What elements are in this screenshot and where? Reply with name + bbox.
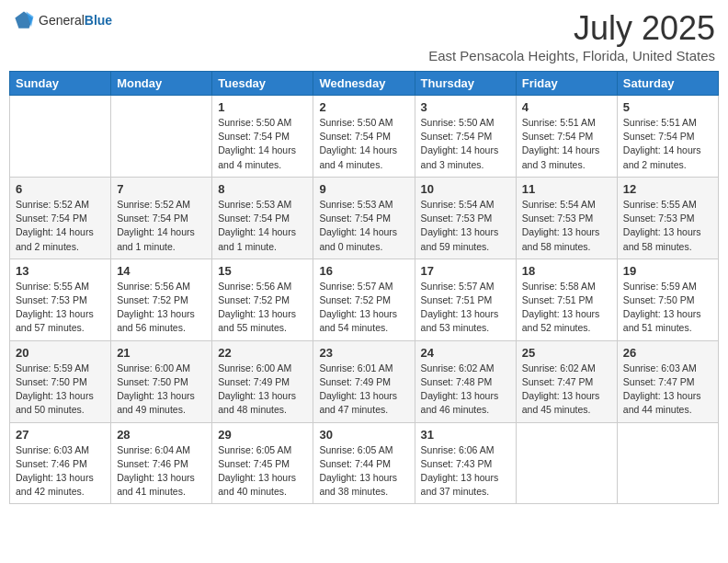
calendar-week-5: 27 Sunrise: 6:03 AMSunset: 7:46 PMDaylig… — [10, 422, 719, 504]
day-info: Sunrise: 5:53 AMSunset: 7:54 PMDaylight:… — [319, 198, 408, 254]
location-title: East Pensacola Heights, Florida, United … — [428, 48, 715, 63]
calendar-cell: 1 Sunrise: 5:50 AMSunset: 7:54 PMDayligh… — [212, 96, 313, 178]
day-number: 28 — [117, 428, 206, 442]
calendar-week-4: 20 Sunrise: 5:59 AMSunset: 7:50 PMDaylig… — [10, 340, 719, 422]
day-info: Sunrise: 5:50 AMSunset: 7:54 PMDaylight:… — [421, 116, 510, 172]
calendar-cell: 22 Sunrise: 6:00 AMSunset: 7:49 PMDaylig… — [212, 340, 313, 422]
day-info: Sunrise: 6:05 AMSunset: 7:45 PMDaylight:… — [218, 443, 307, 500]
calendar-cell: 13 Sunrise: 5:55 AMSunset: 7:53 PMDaylig… — [10, 259, 111, 340]
day-number: 16 — [319, 264, 408, 278]
calendar-cell: 6 Sunrise: 5:52 AMSunset: 7:54 PMDayligh… — [10, 177, 111, 259]
day-info: Sunrise: 5:52 AMSunset: 7:54 PMDaylight:… — [117, 198, 206, 254]
day-number: 17 — [421, 264, 510, 278]
day-info: Sunrise: 6:05 AMSunset: 7:44 PMDaylight:… — [319, 443, 408, 500]
calendar-cell: 12 Sunrise: 5:55 AMSunset: 7:53 PMDaylig… — [617, 177, 718, 259]
logo: GeneralBlue — [13, 9, 112, 31]
day-number: 14 — [117, 264, 206, 278]
calendar-cell — [516, 422, 617, 504]
calendar-cell: 14 Sunrise: 5:56 AMSunset: 7:52 PMDaylig… — [111, 259, 212, 340]
calendar-cell: 30 Sunrise: 6:05 AMSunset: 7:44 PMDaylig… — [313, 422, 415, 504]
calendar-cell: 7 Sunrise: 5:52 AMSunset: 7:54 PMDayligh… — [111, 177, 212, 259]
day-number: 11 — [522, 182, 611, 196]
calendar-cell — [111, 96, 212, 178]
calendar-cell: 25 Sunrise: 6:02 AMSunset: 7:47 PMDaylig… — [516, 340, 617, 422]
calendar-cell: 29 Sunrise: 6:05 AMSunset: 7:45 PMDaylig… — [212, 422, 313, 504]
calendar-cell — [10, 96, 111, 178]
weekday-header-sunday: Sunday — [10, 72, 111, 96]
day-info: Sunrise: 5:54 AMSunset: 7:53 PMDaylight:… — [421, 198, 510, 254]
logo-general: GeneralBlue — [39, 12, 112, 29]
day-number: 18 — [522, 264, 611, 278]
day-number: 9 — [319, 182, 408, 196]
calendar-cell: 3 Sunrise: 5:50 AMSunset: 7:54 PMDayligh… — [415, 96, 516, 178]
calendar-cell: 24 Sunrise: 6:02 AMSunset: 7:48 PMDaylig… — [415, 340, 516, 422]
title-section: July 2025 East Pensacola Heights, Florid… — [428, 9, 715, 63]
day-number: 13 — [16, 264, 105, 278]
day-number: 24 — [421, 346, 510, 360]
calendar-cell: 23 Sunrise: 6:01 AMSunset: 7:49 PMDaylig… — [313, 340, 415, 422]
day-number: 29 — [218, 428, 307, 442]
day-info: Sunrise: 5:56 AMSunset: 7:52 PMDaylight:… — [218, 280, 307, 336]
day-number: 6 — [16, 182, 105, 196]
calendar-cell: 2 Sunrise: 5:50 AMSunset: 7:54 PMDayligh… — [313, 96, 415, 178]
day-number: 12 — [623, 182, 712, 196]
calendar-week-3: 13 Sunrise: 5:55 AMSunset: 7:53 PMDaylig… — [10, 259, 719, 340]
calendar-cell: 26 Sunrise: 6:03 AMSunset: 7:47 PMDaylig… — [617, 340, 718, 422]
day-number: 30 — [319, 428, 408, 442]
day-info: Sunrise: 6:04 AMSunset: 7:46 PMDaylight:… — [117, 443, 206, 500]
day-info: Sunrise: 5:59 AMSunset: 7:50 PMDaylight:… — [623, 280, 712, 336]
day-info: Sunrise: 6:03 AMSunset: 7:47 PMDaylight:… — [623, 362, 712, 418]
day-info: Sunrise: 5:50 AMSunset: 7:54 PMDaylight:… — [319, 116, 408, 172]
weekday-header-friday: Friday — [516, 72, 617, 96]
calendar-cell: 15 Sunrise: 5:56 AMSunset: 7:52 PMDaylig… — [212, 259, 313, 340]
day-info: Sunrise: 5:51 AMSunset: 7:54 PMDaylight:… — [522, 116, 611, 172]
day-info: Sunrise: 6:02 AMSunset: 7:48 PMDaylight:… — [421, 362, 510, 418]
calendar-cell: 27 Sunrise: 6:03 AMSunset: 7:46 PMDaylig… — [10, 422, 111, 504]
day-info: Sunrise: 6:01 AMSunset: 7:49 PMDaylight:… — [319, 362, 408, 418]
day-number: 1 — [218, 100, 307, 114]
day-number: 22 — [218, 346, 307, 360]
logo-icon — [13, 9, 35, 31]
calendar-cell: 5 Sunrise: 5:51 AMSunset: 7:54 PMDayligh… — [617, 96, 718, 178]
day-info: Sunrise: 5:59 AMSunset: 7:50 PMDaylight:… — [16, 362, 105, 418]
day-number: 23 — [319, 346, 408, 360]
day-info: Sunrise: 5:51 AMSunset: 7:54 PMDaylight:… — [623, 116, 712, 172]
day-info: Sunrise: 5:55 AMSunset: 7:53 PMDaylight:… — [623, 198, 712, 254]
weekday-header-wednesday: Wednesday — [313, 72, 415, 96]
day-number: 15 — [218, 264, 307, 278]
day-info: Sunrise: 5:58 AMSunset: 7:51 PMDaylight:… — [522, 280, 611, 336]
calendar-cell: 8 Sunrise: 5:53 AMSunset: 7:54 PMDayligh… — [212, 177, 313, 259]
calendar-cell: 4 Sunrise: 5:51 AMSunset: 7:54 PMDayligh… — [516, 96, 617, 178]
day-number: 27 — [16, 428, 105, 442]
calendar-cell: 21 Sunrise: 6:00 AMSunset: 7:50 PMDaylig… — [111, 340, 212, 422]
weekday-header-saturday: Saturday — [617, 72, 718, 96]
weekday-header-row: SundayMondayTuesdayWednesdayThursdayFrid… — [10, 72, 719, 96]
day-number: 7 — [117, 182, 206, 196]
day-info: Sunrise: 5:57 AMSunset: 7:51 PMDaylight:… — [421, 280, 510, 336]
day-info: Sunrise: 5:53 AMSunset: 7:54 PMDaylight:… — [218, 198, 307, 254]
calendar-cell: 20 Sunrise: 5:59 AMSunset: 7:50 PMDaylig… — [10, 340, 111, 422]
calendar-cell: 19 Sunrise: 5:59 AMSunset: 7:50 PMDaylig… — [617, 259, 718, 340]
calendar-cell: 31 Sunrise: 6:06 AMSunset: 7:43 PMDaylig… — [415, 422, 516, 504]
day-info: Sunrise: 6:00 AMSunset: 7:49 PMDaylight:… — [218, 362, 307, 418]
day-number: 3 — [421, 100, 510, 114]
day-info: Sunrise: 5:54 AMSunset: 7:53 PMDaylight:… — [522, 198, 611, 254]
day-number: 2 — [319, 100, 408, 114]
calendar-cell: 11 Sunrise: 5:54 AMSunset: 7:53 PMDaylig… — [516, 177, 617, 259]
day-number: 5 — [623, 100, 712, 114]
day-info: Sunrise: 6:06 AMSunset: 7:43 PMDaylight:… — [421, 443, 510, 500]
calendar-cell: 10 Sunrise: 5:54 AMSunset: 7:53 PMDaylig… — [415, 177, 516, 259]
day-info: Sunrise: 6:03 AMSunset: 7:46 PMDaylight:… — [16, 443, 105, 500]
calendar-cell: 17 Sunrise: 5:57 AMSunset: 7:51 PMDaylig… — [415, 259, 516, 340]
day-number: 25 — [522, 346, 611, 360]
day-info: Sunrise: 5:52 AMSunset: 7:54 PMDaylight:… — [16, 198, 105, 254]
day-number: 21 — [117, 346, 206, 360]
day-number: 8 — [218, 182, 307, 196]
day-info: Sunrise: 6:00 AMSunset: 7:50 PMDaylight:… — [117, 362, 206, 418]
calendar-table: SundayMondayTuesdayWednesdayThursdayFrid… — [9, 71, 719, 504]
weekday-header-tuesday: Tuesday — [212, 72, 313, 96]
calendar-cell: 28 Sunrise: 6:04 AMSunset: 7:46 PMDaylig… — [111, 422, 212, 504]
day-number: 4 — [522, 100, 611, 114]
calendar-cell — [617, 422, 718, 504]
weekday-header-monday: Monday — [111, 72, 212, 96]
